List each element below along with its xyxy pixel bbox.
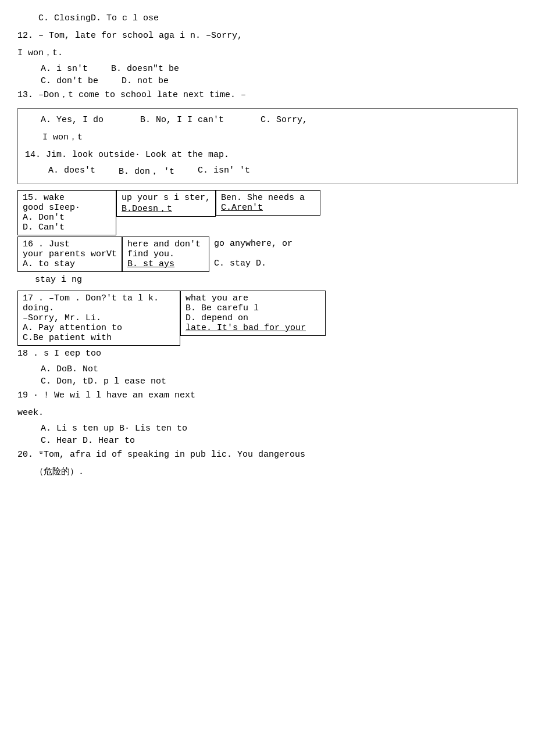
q12-options2: C. don't be D. not be <box>17 76 518 86</box>
q20-line: 20. ᵘTom, afra id of speaking in pub lic… <box>17 448 518 462</box>
q12-options: A. i sn't B. doesn"t be <box>17 64 518 74</box>
q18-line: 18 . s I eep too <box>17 347 518 361</box>
q19-line: 19 · ! We wi l l have an exam next <box>17 389 518 403</box>
q16-left-box: 16 . Just your parents worVt A. to stay <box>17 237 122 272</box>
q19-b: week. <box>17 406 518 420</box>
q15-mid-box: up your s i ster, B.Doesn，t <box>116 190 216 217</box>
q18-options: A. DoB. Not <box>17 364 518 374</box>
q17-left-box: 17 . –Tom . Don?'t ta l k. doing. –Sorry… <box>17 291 180 346</box>
q19-options: A. Li s ten up B· Lis ten to <box>17 424 518 433</box>
q12b-line: I won，t. <box>17 46 518 60</box>
q12-line: 12. – Tom, late for school aga i n. –Sor… <box>17 29 518 43</box>
q16-row: 16 . Just your parents worVt A. to stay … <box>17 237 518 272</box>
q13-line: 13. –Don，t come to school late next time… <box>17 88 518 102</box>
q15-row: 15. wake good sIeep· A. Don't D. Can't u… <box>17 190 518 235</box>
q15-left-box: 15. wake good sIeep· A. Don't D. Can't <box>17 190 116 235</box>
q13-box: A. Yes, I do B. No, I I can't C. Sorry, … <box>17 108 518 184</box>
q13-d: I won，t <box>25 131 510 145</box>
q13-abc: A. Yes, I do B. No, I I can't C. Sorry, <box>25 113 510 127</box>
q17-right-box: what you are B. Be carefu l D. depend on… <box>180 291 326 336</box>
q17-row: 17 . –Tom . Don?'t ta l k. doing. –Sorry… <box>17 291 518 346</box>
page-content: C. ClosingD. To c l ose 12. – Tom, late … <box>17 12 518 479</box>
q18-options2: C. Don, tD. p l ease not <box>17 377 518 386</box>
c-line: C. ClosingD. To c l ose <box>17 12 518 26</box>
q20-b: （危险的）. <box>17 465 518 479</box>
q16-mid-box: here and don't find you. B. st ays <box>122 237 209 272</box>
q14-options: A. does't B. don， 't C. isn' 't <box>25 166 510 177</box>
q16-staying: stay i ng <box>17 273 518 287</box>
q14-line: 14. Jim. look outside· Look at the map. <box>25 148 510 162</box>
q16-right: go anywhere, or C. stay D. <box>209 237 326 271</box>
q19-options2: C. Hear D. Hear to <box>17 436 518 446</box>
q15-right-box: Ben. She needs a C.Aren't <box>216 190 320 216</box>
